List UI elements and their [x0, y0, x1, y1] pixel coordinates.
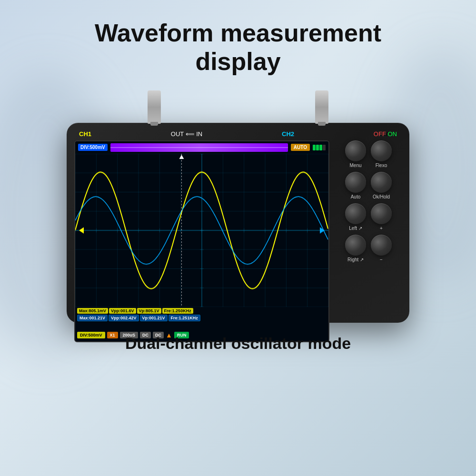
auto-badge: AUTO	[291, 144, 310, 151]
plus-knob-group: +	[371, 203, 392, 231]
right-knob[interactable]	[345, 235, 366, 256]
meas-fre-1: Fre:1.250KHz	[162, 308, 193, 314]
controls-panel: Menu Flexo Auto Ok/Hold	[335, 140, 402, 342]
btn-row-1: Menu Flexo	[335, 140, 402, 168]
top-labels: CH1 OUT ⟸ IN CH2 OFF/ON	[74, 130, 402, 138]
ctrl-x1: X1	[107, 332, 118, 338]
meas-row-2: Max:001.21V Vpp:002.42V Vp:001.21V Fre:1…	[77, 315, 327, 321]
device-container: CH1 OUT ⟸ IN CH2 OFF/ON DIV:500mV AUTO	[67, 90, 409, 323]
ctrl-div: DIV:500mV	[77, 332, 105, 338]
meas-row-1: Max:805.1mV Vpp:001.6V Vp:805.1V Fre:1.2…	[77, 308, 327, 314]
minus-knob-group: −	[371, 235, 392, 262]
ch2-label: CH2	[282, 130, 294, 138]
meas-fre-2: Fre:1.251KHz	[169, 315, 200, 321]
bat-bar-3	[319, 145, 322, 150]
measurements-panel: Max:805.1mV Vpp:001.6V Vp:805.1V Fre:1.2…	[75, 307, 328, 329]
probes	[119, 90, 357, 124]
flexo-label: Flexo	[376, 163, 387, 168]
page-title: Waveform measurement display	[95, 19, 381, 76]
screen-inner: DIV:500mV AUTO	[75, 141, 328, 341]
out-in-label: OUT ⟸ IN	[171, 130, 202, 138]
meas-max-1: Max:805.1mV	[77, 308, 108, 314]
flexo-knob[interactable]	[371, 140, 392, 161]
btn-row-3: Left ↗ +	[335, 203, 402, 231]
battery-indicator	[313, 145, 326, 150]
waveform-display	[75, 154, 328, 307]
right-knob-group: Right ↗	[345, 235, 366, 262]
meas-vpp-2: Vpp:002.42V	[109, 315, 139, 321]
plus-knob[interactable]	[371, 203, 392, 224]
ch1-label: CH1	[79, 130, 91, 138]
menu-knob-group: Menu	[345, 140, 366, 168]
left-knob-group: Left ↗	[345, 203, 366, 231]
okhold-knob-group: Ok/Hold	[371, 172, 392, 199]
minus-label: −	[380, 257, 383, 262]
left-label: Left ↗	[349, 226, 362, 231]
waveform-canvas	[75, 154, 328, 307]
right-label: Right ↗	[347, 257, 364, 262]
menu-knob[interactable]	[345, 140, 366, 161]
bat-bar-2	[316, 145, 319, 150]
btn-row-2: Auto Ok/Hold	[335, 172, 402, 199]
left-knob[interactable]	[345, 203, 366, 224]
flexo-knob-group: Flexo	[371, 140, 392, 168]
menu-label: Menu	[349, 163, 361, 168]
meas-vp-2: Vp:001.21V	[140, 315, 168, 321]
off-on-label: OFF/ON	[374, 130, 397, 138]
device-main: DIV:500mV AUTO	[74, 140, 402, 342]
div-label: DIV:500mV	[78, 144, 108, 151]
waveform-thumbnail	[110, 143, 288, 152]
probe-left	[148, 90, 161, 124]
oscilloscope-device: CH1 OUT ⟸ IN CH2 OFF/ON DIV:500mV AUTO	[67, 123, 409, 323]
bottom-subtitle: Dual-channel oscillator mode	[125, 334, 351, 353]
oscilloscope-screen: DIV:500mV AUTO	[74, 140, 329, 342]
meas-max-2: Max:001.21V	[77, 315, 108, 321]
auto-label: Auto	[351, 194, 361, 199]
btn-row-4: Right ↗ −	[335, 235, 402, 262]
auto-knob[interactable]	[345, 172, 366, 193]
okhold-label: Ok/Hold	[373, 194, 390, 199]
okhold-knob[interactable]	[371, 172, 392, 193]
screen-header: DIV:500mV AUTO	[75, 141, 328, 154]
meas-vp-1: Vp:805.1V	[137, 308, 161, 314]
auto-knob-group: Auto	[345, 172, 366, 199]
plus-label: +	[380, 226, 383, 231]
minus-knob[interactable]	[371, 235, 392, 256]
meas-vpp-1: Vpp:001.6V	[109, 308, 136, 314]
probe-right	[315, 90, 328, 124]
bat-bar-4	[323, 145, 326, 150]
bat-bar-1	[313, 145, 316, 150]
